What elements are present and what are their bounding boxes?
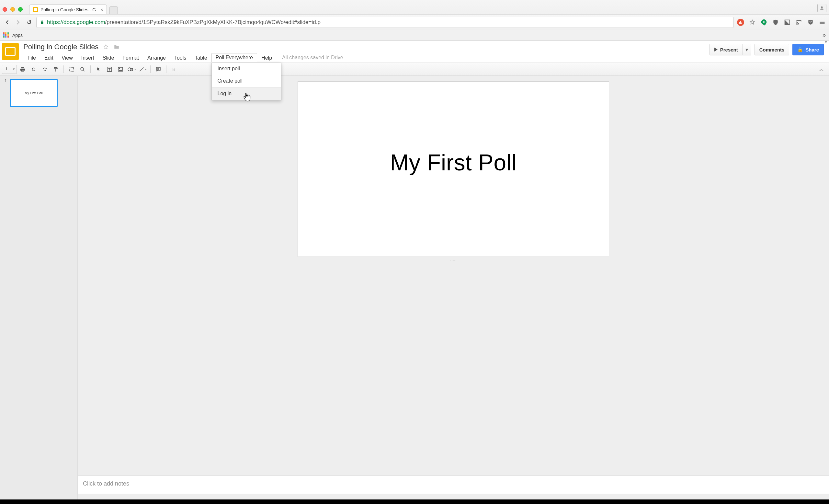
person-icon bbox=[819, 5, 825, 11]
poll-everywhere-extension-icon[interactable] bbox=[737, 19, 744, 26]
new-slide-button[interactable]: + ▾ bbox=[2, 65, 17, 74]
shield-icon bbox=[772, 19, 779, 26]
redo-button[interactable] bbox=[39, 65, 50, 74]
hangouts-icon bbox=[760, 19, 767, 26]
cast-extension-icon[interactable] bbox=[795, 19, 802, 26]
mac-close-icon[interactable] bbox=[3, 7, 7, 12]
menu-arrange[interactable]: Arrange bbox=[143, 53, 170, 62]
address-bar[interactable]: https://docs.google.com/presentation/d/1… bbox=[36, 17, 734, 28]
slide-title-text[interactable]: My First Poll bbox=[390, 150, 517, 176]
hangouts-extension-icon[interactable] bbox=[760, 19, 767, 26]
slide-canvas[interactable]: My First Poll bbox=[298, 82, 609, 256]
bookmarks-bar: Apps » bbox=[0, 30, 829, 40]
present-dropdown-button[interactable]: ▾ bbox=[743, 44, 751, 56]
undo-button[interactable] bbox=[29, 65, 39, 74]
dropdown-item-create-poll[interactable]: Create poll bbox=[212, 75, 281, 87]
browser-profile-button[interactable] bbox=[817, 4, 826, 12]
print-button[interactable] bbox=[17, 65, 28, 74]
new-tab-button[interactable] bbox=[109, 6, 118, 14]
image-icon bbox=[117, 66, 123, 72]
mac-window-controls[interactable] bbox=[3, 7, 23, 12]
browser-tab-active[interactable]: Polling in Google Slides - G × bbox=[29, 4, 107, 14]
lock-icon: 🔒 bbox=[797, 47, 803, 52]
menu-insert[interactable]: Insert bbox=[77, 53, 99, 62]
reload-button[interactable] bbox=[25, 19, 33, 26]
share-button[interactable]: 🔒 Share bbox=[792, 44, 824, 56]
background-button[interactable]: B bbox=[169, 66, 179, 72]
slide-thumbnail[interactable]: My First Poll bbox=[10, 79, 58, 107]
menu-slide[interactable]: Slide bbox=[99, 53, 118, 62]
filmstrip[interactable]: 1 My First Poll bbox=[0, 76, 78, 500]
paint-format-button[interactable] bbox=[50, 65, 61, 74]
move-to-folder-button[interactable] bbox=[113, 44, 120, 50]
star-document-button[interactable] bbox=[103, 44, 109, 50]
toolbar: + ▾ ▾ ▾ B Transition... ︽ Insert pollCre… bbox=[0, 63, 829, 76]
tab-title: Polling in Google Slides - G bbox=[40, 7, 96, 12]
zoom-button[interactable] bbox=[77, 65, 88, 74]
bookmarks-overflow-button[interactable]: » bbox=[823, 32, 826, 39]
comments-label: Comments bbox=[759, 47, 785, 52]
account-dropdown-button[interactable]: ▾ bbox=[825, 39, 827, 44]
reload-icon bbox=[26, 19, 32, 26]
slide-thumbnail-1[interactable]: 1 My First Poll bbox=[5, 79, 72, 107]
hamburger-icon bbox=[819, 19, 825, 26]
back-button[interactable] bbox=[3, 19, 11, 26]
menu-help[interactable]: Help bbox=[257, 53, 276, 62]
dropdown-item-insert-poll[interactable]: Insert poll bbox=[212, 63, 281, 75]
shape-button[interactable]: ▾ bbox=[126, 65, 137, 74]
cursor-icon bbox=[96, 66, 101, 72]
google-slides-logo-icon[interactable] bbox=[2, 43, 19, 60]
mac-fullscreen-icon[interactable] bbox=[18, 7, 23, 12]
share-label: Share bbox=[805, 47, 819, 52]
present-label: Present bbox=[720, 47, 738, 52]
save-status: All changes saved in Drive bbox=[282, 55, 343, 61]
play-icon bbox=[714, 48, 718, 51]
extension-icon-2[interactable] bbox=[784, 19, 791, 26]
collapse-toolbar-button[interactable]: ︽ bbox=[816, 66, 827, 72]
image-button[interactable] bbox=[115, 65, 125, 74]
document-title[interactable]: Polling in Google Slides bbox=[23, 43, 99, 51]
thumbnail-title: My First Poll bbox=[25, 91, 43, 95]
apps-label[interactable]: Apps bbox=[12, 33, 23, 38]
new-slide-dropdown[interactable]: ▾ bbox=[11, 65, 16, 74]
chrome-menu-button[interactable] bbox=[819, 19, 826, 26]
browser-chrome: Polling in Google Slides - G × https://d… bbox=[0, 0, 829, 40]
select-tool-button[interactable] bbox=[93, 65, 104, 74]
menu-tools[interactable]: Tools bbox=[170, 53, 190, 62]
notes-resize-handle[interactable] bbox=[447, 260, 460, 261]
zoom-fit-button[interactable] bbox=[66, 65, 77, 74]
present-button-group: Present ▾ bbox=[710, 44, 751, 56]
arrow-right-icon bbox=[15, 19, 22, 26]
arrow-left-icon bbox=[4, 19, 10, 26]
menu-poll-everywhere[interactable]: Poll Everywhere bbox=[212, 53, 257, 62]
tab-close-button[interactable]: × bbox=[100, 7, 103, 12]
apps-grid-icon[interactable] bbox=[3, 32, 9, 38]
print-icon bbox=[20, 66, 26, 72]
shape-icon bbox=[127, 66, 134, 72]
menu-table[interactable]: Table bbox=[190, 53, 211, 62]
menu-edit[interactable]: Edit bbox=[40, 53, 58, 62]
header-actions: Present ▾ Comments 🔒 Share bbox=[710, 44, 824, 56]
canvas-area[interactable]: My First Poll Click to add notes bbox=[78, 76, 829, 500]
dropdown-item-log-in[interactable]: Log in bbox=[212, 87, 281, 100]
plus-icon: + bbox=[2, 66, 11, 73]
extension-icon-1[interactable] bbox=[772, 19, 779, 26]
forward-button[interactable] bbox=[14, 19, 22, 26]
comment-insert-button[interactable] bbox=[153, 65, 164, 74]
slides-favicon-icon bbox=[33, 7, 38, 12]
speaker-notes[interactable]: Click to add notes bbox=[78, 475, 829, 494]
line-icon bbox=[139, 66, 144, 72]
menu-format[interactable]: Format bbox=[118, 53, 143, 62]
menu-file[interactable]: File bbox=[23, 53, 40, 62]
comments-button[interactable]: Comments bbox=[755, 44, 790, 56]
bookmark-star-button[interactable] bbox=[749, 19, 756, 26]
text-box-button[interactable] bbox=[104, 65, 115, 74]
line-button[interactable]: ▾ bbox=[137, 65, 148, 74]
present-button[interactable]: Present bbox=[710, 44, 743, 56]
mac-minimize-icon[interactable] bbox=[10, 7, 15, 12]
menu-bar: FileEditViewInsertSlideFormatArrangeTool… bbox=[23, 53, 710, 63]
pocket-extension-icon[interactable] bbox=[807, 19, 814, 26]
fit-icon bbox=[69, 66, 74, 72]
menu-view[interactable]: View bbox=[57, 53, 77, 62]
app-header: Polling in Google Slides FileEditViewIns… bbox=[0, 40, 829, 63]
